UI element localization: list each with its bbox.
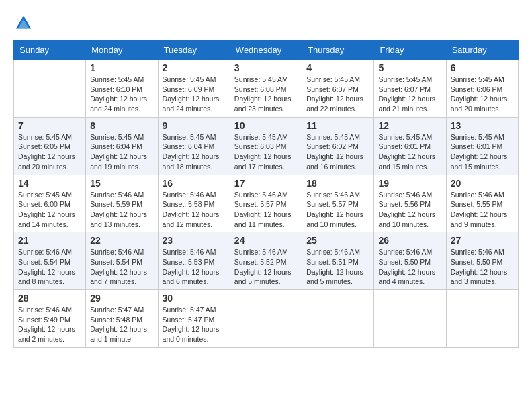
- calendar-cell: 14Sunrise: 5:45 AMSunset: 6:00 PMDayligh…: [14, 175, 86, 232]
- calendar-cell: 29Sunrise: 5:47 AMSunset: 5:48 PMDayligh…: [86, 290, 158, 348]
- day-info: Sunrise: 5:46 AMSunset: 5:49 PMDaylight:…: [18, 305, 81, 345]
- day-info: Sunrise: 5:46 AMSunset: 5:52 PMDaylight:…: [234, 247, 298, 287]
- calendar-cell: [374, 290, 446, 348]
- day-info: Sunrise: 5:46 AMSunset: 5:54 PMDaylight:…: [18, 247, 81, 287]
- logo-icon: [13, 13, 34, 34]
- calendar-cell: 30Sunrise: 5:47 AMSunset: 5:47 PMDayligh…: [158, 290, 230, 348]
- day-info: Sunrise: 5:46 AMSunset: 5:57 PMDaylight:…: [306, 190, 369, 230]
- calendar-cell: 6Sunrise: 5:45 AMSunset: 6:06 PMDaylight…: [446, 60, 518, 118]
- day-number: 17: [234, 178, 298, 189]
- day-number: 13: [451, 120, 514, 131]
- day-info: Sunrise: 5:46 AMSunset: 5:58 PMDaylight:…: [163, 190, 226, 230]
- day-number: 26: [378, 235, 441, 246]
- week-row-3: 21Sunrise: 5:46 AMSunset: 5:54 PMDayligh…: [14, 232, 519, 290]
- day-number: 16: [163, 178, 226, 189]
- calendar-header-row: SundayMondayTuesdayWednesdayThursdayFrid…: [14, 41, 519, 60]
- day-info: Sunrise: 5:45 AMSunset: 6:02 PMDaylight:…: [306, 132, 369, 172]
- day-info: Sunrise: 5:46 AMSunset: 5:55 PMDaylight:…: [451, 190, 514, 230]
- calendar-cell: 28Sunrise: 5:46 AMSunset: 5:49 PMDayligh…: [14, 290, 86, 348]
- header-wednesday: Wednesday: [230, 41, 302, 60]
- header-sunday: Sunday: [14, 41, 86, 60]
- calendar-cell: 17Sunrise: 5:46 AMSunset: 5:57 PMDayligh…: [230, 175, 302, 232]
- day-number: 25: [306, 235, 369, 246]
- calendar-cell: 24Sunrise: 5:46 AMSunset: 5:52 PMDayligh…: [230, 232, 302, 290]
- calendar-cell: 13Sunrise: 5:45 AMSunset: 6:01 PMDayligh…: [446, 117, 518, 175]
- day-number: 18: [306, 178, 369, 189]
- calendar-cell: 11Sunrise: 5:45 AMSunset: 6:02 PMDayligh…: [302, 117, 374, 175]
- day-number: 28: [18, 293, 81, 304]
- day-number: 23: [163, 235, 226, 246]
- calendar-cell: 16Sunrise: 5:46 AMSunset: 5:58 PMDayligh…: [158, 175, 230, 232]
- day-info: Sunrise: 5:45 AMSunset: 6:10 PMDaylight:…: [90, 75, 153, 114]
- calendar-cell: 21Sunrise: 5:46 AMSunset: 5:54 PMDayligh…: [14, 232, 86, 290]
- logo: [13, 13, 36, 34]
- day-info: Sunrise: 5:45 AMSunset: 6:05 PMDaylight:…: [18, 132, 81, 172]
- day-number: 9: [163, 120, 226, 131]
- day-info: Sunrise: 5:45 AMSunset: 6:09 PMDaylight:…: [163, 75, 226, 114]
- header-monday: Monday: [86, 41, 158, 60]
- header-thursday: Thursday: [302, 41, 374, 60]
- day-info: Sunrise: 5:46 AMSunset: 5:59 PMDaylight:…: [90, 190, 153, 230]
- calendar-cell: [230, 290, 302, 348]
- calendar-cell: 22Sunrise: 5:46 AMSunset: 5:54 PMDayligh…: [86, 232, 158, 290]
- day-number: 7: [18, 120, 81, 131]
- day-info: Sunrise: 5:47 AMSunset: 5:47 PMDaylight:…: [163, 305, 226, 345]
- day-info: Sunrise: 5:45 AMSunset: 6:06 PMDaylight:…: [451, 75, 514, 114]
- day-info: Sunrise: 5:45 AMSunset: 6:08 PMDaylight:…: [234, 75, 298, 114]
- day-info: Sunrise: 5:46 AMSunset: 5:50 PMDaylight:…: [451, 247, 514, 287]
- day-number: 19: [378, 178, 441, 189]
- day-info: Sunrise: 5:45 AMSunset: 6:01 PMDaylight:…: [378, 132, 441, 172]
- day-info: Sunrise: 5:46 AMSunset: 5:53 PMDaylight:…: [163, 247, 226, 287]
- header-tuesday: Tuesday: [158, 41, 230, 60]
- calendar-cell: 7Sunrise: 5:45 AMSunset: 6:05 PMDaylight…: [14, 117, 86, 175]
- calendar-cell: [302, 290, 374, 348]
- week-row-0: 1Sunrise: 5:45 AMSunset: 6:10 PMDaylight…: [14, 60, 519, 118]
- calendar-cell: 2Sunrise: 5:45 AMSunset: 6:09 PMDaylight…: [158, 60, 230, 118]
- day-info: Sunrise: 5:45 AMSunset: 6:00 PMDaylight:…: [18, 190, 81, 230]
- calendar-cell: 20Sunrise: 5:46 AMSunset: 5:55 PMDayligh…: [446, 175, 518, 232]
- header-friday: Friday: [374, 41, 446, 60]
- day-info: Sunrise: 5:45 AMSunset: 6:04 PMDaylight:…: [163, 132, 226, 172]
- calendar-cell: [446, 290, 518, 348]
- day-number: 5: [378, 62, 441, 73]
- day-number: 21: [18, 235, 81, 246]
- day-number: 1: [90, 62, 153, 73]
- day-info: Sunrise: 5:45 AMSunset: 6:07 PMDaylight:…: [378, 75, 441, 114]
- day-info: Sunrise: 5:45 AMSunset: 6:04 PMDaylight:…: [90, 132, 153, 172]
- week-row-4: 28Sunrise: 5:46 AMSunset: 5:49 PMDayligh…: [14, 290, 519, 348]
- calendar-cell: 23Sunrise: 5:46 AMSunset: 5:53 PMDayligh…: [158, 232, 230, 290]
- day-number: 20: [451, 178, 514, 189]
- calendar-cell: [14, 60, 86, 118]
- calendar-table: SundayMondayTuesdayWednesdayThursdayFrid…: [13, 40, 519, 348]
- day-number: 14: [18, 178, 81, 189]
- calendar-cell: 26Sunrise: 5:46 AMSunset: 5:50 PMDayligh…: [374, 232, 446, 290]
- day-number: 4: [306, 62, 369, 73]
- week-row-1: 7Sunrise: 5:45 AMSunset: 6:05 PMDaylight…: [14, 117, 519, 175]
- day-number: 22: [90, 235, 153, 246]
- day-number: 8: [90, 120, 153, 131]
- day-number: 24: [234, 235, 298, 246]
- calendar-cell: 5Sunrise: 5:45 AMSunset: 6:07 PMDaylight…: [374, 60, 446, 118]
- day-info: Sunrise: 5:45 AMSunset: 6:01 PMDaylight:…: [451, 132, 514, 172]
- day-number: 10: [234, 120, 298, 131]
- day-number: 15: [90, 178, 153, 189]
- day-info: Sunrise: 5:47 AMSunset: 5:48 PMDaylight:…: [90, 305, 153, 345]
- day-number: 2: [163, 62, 226, 73]
- day-info: Sunrise: 5:45 AMSunset: 6:07 PMDaylight:…: [306, 75, 369, 114]
- day-number: 12: [378, 120, 441, 131]
- day-number: 30: [163, 293, 226, 304]
- calendar-cell: 4Sunrise: 5:45 AMSunset: 6:07 PMDaylight…: [302, 60, 374, 118]
- day-info: Sunrise: 5:45 AMSunset: 6:03 PMDaylight:…: [234, 132, 298, 172]
- calendar-cell: 12Sunrise: 5:45 AMSunset: 6:01 PMDayligh…: [374, 117, 446, 175]
- day-info: Sunrise: 5:46 AMSunset: 5:57 PMDaylight:…: [234, 190, 298, 230]
- calendar-cell: 10Sunrise: 5:45 AMSunset: 6:03 PMDayligh…: [230, 117, 302, 175]
- calendar-cell: 19Sunrise: 5:46 AMSunset: 5:56 PMDayligh…: [374, 175, 446, 232]
- calendar-cell: 8Sunrise: 5:45 AMSunset: 6:04 PMDaylight…: [86, 117, 158, 175]
- calendar-cell: 18Sunrise: 5:46 AMSunset: 5:57 PMDayligh…: [302, 175, 374, 232]
- calendar-cell: 1Sunrise: 5:45 AMSunset: 6:10 PMDaylight…: [86, 60, 158, 118]
- week-row-2: 14Sunrise: 5:45 AMSunset: 6:00 PMDayligh…: [14, 175, 519, 232]
- day-number: 27: [451, 235, 514, 246]
- day-number: 6: [451, 62, 514, 73]
- day-info: Sunrise: 5:46 AMSunset: 5:54 PMDaylight:…: [90, 247, 153, 287]
- calendar-cell: 25Sunrise: 5:46 AMSunset: 5:51 PMDayligh…: [302, 232, 374, 290]
